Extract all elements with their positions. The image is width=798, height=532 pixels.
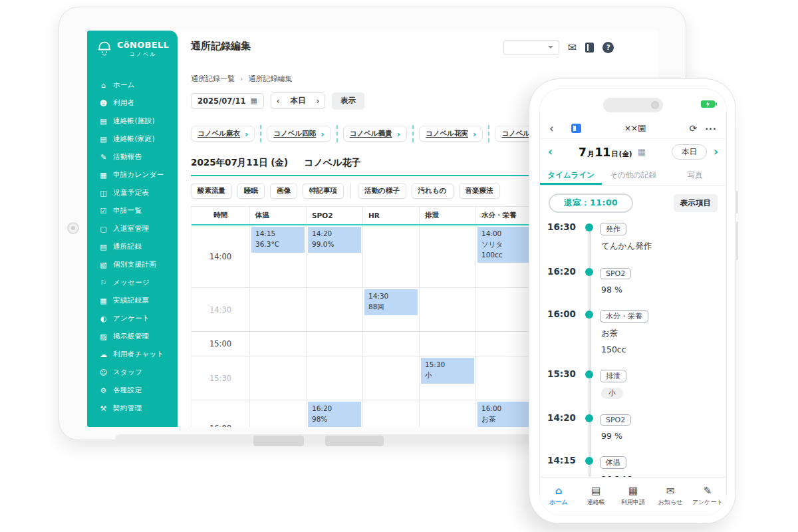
today-button[interactable]: 本日 [672, 144, 707, 160]
table-cell[interactable] [420, 225, 476, 287]
filter-chip[interactable]: 画像 [270, 183, 297, 199]
table-cell[interactable] [363, 225, 420, 287]
tab-0[interactable]: タイムライン [540, 165, 602, 185]
sidebar-item-contract[interactable]: ⚒ 契約管理 [99, 404, 178, 413]
help-icon[interactable]: ? [602, 42, 614, 53]
table-cell[interactable]: 16:2098% [307, 400, 363, 427]
timeline-entry[interactable]: 16:20 SPO2 98 % [540, 266, 726, 295]
table-cell[interactable]: 15:30小 [420, 356, 476, 400]
breadcrumb-link[interactable]: 通所記録一覧 [191, 74, 235, 84]
table-cell[interactable] [420, 332, 476, 356]
sidebar-item-application-calendar[interactable]: ▦ 申請カレンダー [99, 170, 178, 180]
sidebar-item-bulletin-board[interactable]: ▨ 掲示板管理 [99, 332, 178, 341]
filter-chip[interactable]: 酸素流量 [191, 183, 232, 199]
tab-2[interactable]: 写真 [664, 165, 726, 185]
table-cell[interactable] [307, 288, 363, 331]
table-cell[interactable]: 16:00お茶150cc [476, 400, 533, 427]
sidebar-item-message[interactable]: ⚐ メッセージ [99, 278, 178, 287]
sidebar-item-survey[interactable]: ◐ アンケート [99, 314, 178, 323]
mail-icon[interactable]: ✉ [568, 43, 577, 53]
record-entry[interactable]: 14:2099.0% [308, 227, 361, 253]
user-tab[interactable]: コノベル義貴 › [343, 126, 407, 142]
user-tab[interactable]: コノベル四郎 › [267, 126, 331, 142]
record-entry[interactable]: 14:1536.3°C [251, 227, 305, 253]
sidebar-item-home[interactable]: ⌂ ホーム [99, 80, 178, 90]
nav-survey[interactable]: ✎ アンケート [689, 486, 726, 507]
record-entry[interactable]: 14:3088回 [364, 289, 418, 315]
table-cell[interactable] [476, 288, 533, 331]
record-entry-line: 88回 [368, 302, 414, 313]
sidebar-item-support-plan[interactable]: ▧ 個別支援計画 [99, 260, 178, 269]
filter-chip[interactable]: 活動の様子 [358, 183, 406, 199]
table-cell[interactable] [250, 400, 307, 427]
back-icon[interactable]: ‹ [549, 123, 554, 134]
nav-contact-book[interactable]: ▤ 連絡帳 [577, 486, 614, 507]
nav-notices[interactable]: ✉ お知らせ [652, 486, 689, 507]
date-navigator: ‹ 7 月 11 日 (金) ▦ 本日 › [540, 138, 726, 165]
record-entry[interactable]: 15:30小 [421, 358, 474, 384]
filter-chip[interactable]: 汚れもの [412, 183, 454, 199]
record-entry-line: 16:00 [481, 404, 527, 414]
table-cell[interactable]: 14:00ソリタ100cc [476, 225, 533, 287]
sidebar-item-users[interactable]: ☻ 利用者 [99, 98, 178, 108]
user-tab[interactable]: コノベル麻衣 › [191, 126, 255, 142]
display-items-button[interactable]: 表示項目 [674, 194, 718, 212]
user-tab[interactable]: コノベル花実 › [419, 126, 483, 142]
table-cell[interactable] [363, 332, 420, 356]
sidebar-item-contact-facility[interactable]: ▤ 連絡帳(施設) [99, 116, 178, 126]
timeline-entry[interactable]: 14:15 体温 36.3 °C [540, 455, 726, 477]
table-cell[interactable] [307, 356, 363, 400]
table-cell[interactable] [250, 356, 307, 400]
sidebar-item-child-schedule[interactable]: ◫ 児童予定表 [99, 188, 178, 198]
timeline-entry[interactable]: 16:30 発作 てんかん発作 [540, 221, 726, 252]
message-icon: ⚐ [99, 279, 108, 287]
calendar-icon[interactable]: ▦ [638, 147, 646, 157]
table-cell[interactable] [363, 400, 420, 427]
table-cell[interactable] [363, 356, 420, 400]
filter-chip[interactable]: 音楽療法 [459, 183, 500, 199]
record-entry[interactable]: 16:00お茶150cc [477, 402, 531, 427]
record-entry[interactable]: 14:00ソリタ100cc [477, 227, 531, 263]
manual-book-icon[interactable] [585, 43, 594, 53]
table-cell[interactable] [476, 332, 533, 356]
sidebar-item-staff[interactable]: ☺ スタッフ [99, 368, 178, 377]
table-cell[interactable] [250, 288, 307, 331]
timeline-entry[interactable]: 15:30 排泄 小 [540, 368, 726, 398]
table-cell[interactable] [420, 400, 476, 427]
prev-day-button[interactable]: ‹ [271, 94, 285, 108]
table-cell[interactable] [476, 356, 533, 400]
filter-chip[interactable]: 特記事項 [303, 183, 344, 199]
table-cell[interactable]: 14:3088回 [363, 288, 420, 331]
next-day-button[interactable]: › [311, 94, 325, 108]
nav-usage-application[interactable]: ▦ 利用申請 [614, 486, 652, 507]
sidebar-item-contact-home[interactable]: ▤ 連絡帳(家庭) [99, 134, 178, 144]
sidebar-item-results-sheet[interactable]: ▦ 実績記録票 [99, 296, 178, 305]
prev-date-icon[interactable]: ‹ [548, 146, 553, 158]
more-menu-icon[interactable]: ··· [705, 124, 717, 134]
refresh-icon[interactable]: ⟳ [689, 123, 697, 134]
sidebar-item-user-chat[interactable]: ☁ 利用者チャット [99, 350, 178, 359]
timeline-entry[interactable]: 16:00 水分・栄養 お茶 150cc [540, 309, 726, 354]
table-cell[interactable]: 14:2099.0% [307, 225, 363, 287]
timeline-entry[interactable]: 14:20 SPO2 99 % [540, 412, 726, 441]
record-entry[interactable]: 16:2098% [308, 402, 361, 427]
table-cell[interactable] [307, 332, 363, 356]
today-button[interactable]: 本日 [285, 93, 311, 108]
sidebar-item-activity-report[interactable]: ✎ 活動報告 [99, 152, 178, 162]
header-select[interactable] [503, 40, 559, 55]
filter-chip[interactable]: 睡眠 [237, 183, 265, 199]
show-button[interactable]: 表示 [332, 92, 364, 109]
record-entry-line: 36.3°C [255, 239, 301, 250]
sidebar-item-application-list[interactable]: ☑ 申請一覧 [99, 206, 178, 215]
next-date-icon[interactable]: › [714, 146, 718, 158]
table-cell[interactable] [250, 332, 307, 356]
table-row: 14:0014:1536.3°C14:2099.0%14:00ソリタ100cc [192, 225, 533, 288]
table-cell[interactable]: 14:1536.3°C [250, 225, 307, 287]
sidebar-item-attendance-record[interactable]: ▤ 通所記録 [99, 242, 178, 251]
sidebar-item-entry-exit[interactable]: ▢ 入退室管理 [99, 224, 178, 233]
tab-1[interactable]: その他の記録 [602, 165, 664, 185]
date-input[interactable]: 2025/07/11 ▦ [191, 93, 264, 109]
table-cell[interactable] [420, 288, 476, 331]
nav-home[interactable]: ⌂ ホーム [540, 486, 577, 507]
sidebar-item-settings[interactable]: ⚙ 各種設定 [99, 386, 178, 395]
